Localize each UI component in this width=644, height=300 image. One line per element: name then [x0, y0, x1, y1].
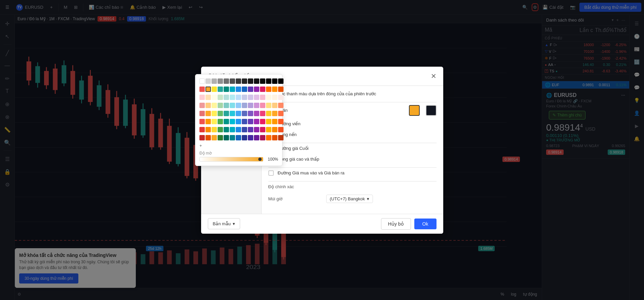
color-do5[interactable] [278, 111, 283, 116]
color-teal[interactable] [218, 87, 223, 92]
color-do6[interactable] [278, 119, 283, 124]
color-y6[interactable] [212, 119, 217, 124]
color-v7[interactable] [254, 127, 259, 132]
color-ivory[interactable] [272, 95, 277, 100]
color-c5[interactable] [230, 111, 235, 116]
color-black[interactable] [278, 78, 283, 84]
color-c4[interactable] [230, 103, 235, 108]
color-cyan[interactable] [230, 87, 235, 92]
color-p7[interactable] [248, 127, 253, 132]
color-o8[interactable] [205, 135, 211, 140]
color-y8[interactable] [212, 135, 217, 140]
color-gray7[interactable] [242, 78, 247, 84]
color-in6[interactable] [242, 119, 247, 124]
color-y5[interactable] [212, 111, 217, 116]
color-violet[interactable] [254, 87, 259, 92]
color-am8[interactable] [266, 135, 271, 140]
body-color-swatch-orange[interactable] [409, 105, 420, 116]
color-b4[interactable] [236, 103, 241, 108]
color-o4[interactable] [205, 103, 211, 108]
template-button[interactable]: Bản mẫu ▾ [208, 218, 240, 229]
timezone-selector[interactable]: (UTC+7) Bangkok ▾ [326, 195, 373, 203]
color-red[interactable] [199, 87, 205, 92]
opacity-slider[interactable] [199, 157, 263, 162]
color-lilac[interactable] [254, 95, 259, 100]
bid-ask-checkbox[interactable] [268, 170, 274, 176]
color-darkblue[interactable] [242, 87, 247, 92]
color-y7[interactable] [212, 127, 217, 132]
color-y4[interactable] [212, 103, 217, 108]
color-c8[interactable] [230, 135, 235, 140]
color-t4[interactable] [224, 103, 229, 108]
color-o6[interactable] [205, 119, 211, 124]
color-gray4[interactable] [224, 78, 229, 84]
color-darkorange[interactable] [266, 87, 271, 92]
color-t6[interactable] [224, 119, 229, 124]
color-v4[interactable] [254, 103, 259, 108]
color-ao6[interactable] [272, 119, 277, 124]
color-cream[interactable] [266, 95, 271, 100]
color-pk8[interactable] [260, 135, 265, 140]
add-custom-color-button[interactable]: + [199, 143, 278, 148]
color-ao7[interactable] [272, 127, 277, 132]
dialog-close-button[interactable]: ✕ [431, 72, 437, 80]
color-v5[interactable] [254, 111, 259, 116]
color-pk7[interactable] [260, 127, 265, 132]
color-r8[interactable] [199, 135, 205, 140]
color-gray8[interactable] [248, 78, 253, 84]
color-amber[interactable] [272, 87, 277, 92]
color-v8[interactable] [254, 135, 259, 140]
color-blue[interactable] [236, 87, 241, 92]
color-lavender[interactable] [242, 95, 247, 100]
color-o7[interactable] [205, 127, 211, 132]
color-r4[interactable] [199, 103, 205, 108]
color-lightteal[interactable] [224, 95, 229, 100]
color-lightred[interactable] [199, 95, 205, 100]
color-gray9[interactable] [254, 78, 259, 84]
color-c7[interactable] [230, 127, 235, 132]
color-g7[interactable] [218, 127, 223, 132]
color-t8[interactable] [224, 135, 229, 140]
color-t5[interactable] [224, 111, 229, 116]
color-p5[interactable] [248, 111, 253, 116]
color-green1[interactable] [224, 87, 229, 92]
color-ao8[interactable] [272, 135, 277, 140]
color-p4[interactable] [248, 103, 253, 108]
color-lightpink[interactable] [260, 95, 265, 100]
color-in7[interactable] [242, 127, 247, 132]
color-t7[interactable] [224, 127, 229, 132]
color-b7[interactable] [236, 127, 241, 132]
color-do4[interactable] [278, 103, 283, 108]
color-in5[interactable] [242, 111, 247, 116]
color-pk4[interactable] [260, 103, 265, 108]
color-pk5[interactable] [260, 111, 265, 116]
color-g4[interactable] [218, 103, 223, 108]
color-ao4[interactable] [272, 103, 277, 108]
body-color-swatch-black[interactable] [426, 105, 437, 116]
color-r7[interactable] [199, 127, 205, 132]
color-b6[interactable] [236, 119, 241, 124]
color-gray12[interactable] [272, 78, 277, 84]
cancel-button[interactable]: Hủy bỏ [381, 218, 411, 230]
color-do8[interactable] [278, 135, 283, 140]
color-gray1[interactable] [205, 78, 211, 84]
color-p8[interactable] [248, 135, 253, 140]
color-b5[interactable] [236, 111, 241, 116]
color-gray6[interactable] [236, 78, 241, 84]
color-lightcyan[interactable] [230, 95, 235, 100]
color-lightorange[interactable] [205, 95, 211, 100]
color-gray3[interactable] [218, 78, 223, 84]
color-in8[interactable] [242, 135, 247, 140]
color-o5[interactable] [205, 111, 211, 116]
color-c6[interactable] [230, 119, 235, 124]
color-lightyellow[interactable] [212, 95, 217, 100]
color-white[interactable] [199, 78, 205, 84]
color-gray10[interactable] [260, 78, 265, 84]
color-do7[interactable] [278, 127, 283, 132]
color-lightpurple[interactable] [248, 95, 253, 100]
color-am5[interactable] [266, 111, 271, 116]
color-am4[interactable] [266, 103, 271, 108]
color-lightblue[interactable] [236, 95, 241, 100]
color-gray2[interactable] [212, 78, 217, 84]
color-deeporange[interactable] [278, 87, 283, 92]
